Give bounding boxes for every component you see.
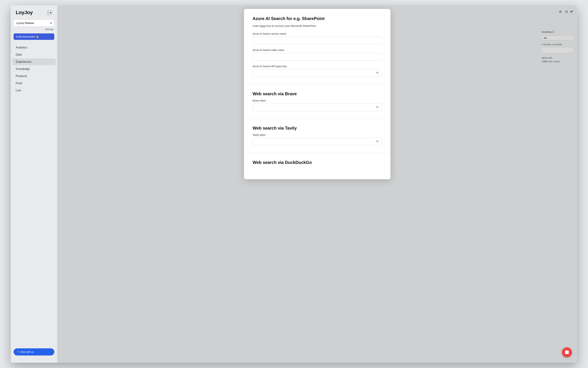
brave-token-label: Brave token [253, 99, 382, 102]
tavily-token-eye-button[interactable]: 👁 [375, 139, 380, 144]
main-content: EN ▾ U Preview ↻ ▾ ⊞ ⧉ ? ☁ [57, 5, 577, 363]
brave-section: Web search via Brave Brave token 👁 [253, 91, 382, 111]
azure-description: Learn here how to connect your Microsoft… [253, 24, 382, 28]
sidebar-item-products[interactable]: Products [12, 73, 56, 80]
tavily-section: Web search via Tavily Tavily token 👁 [253, 126, 382, 146]
app-container: LoyJoy |◄ LoyJoy Release ▾ Manage Invite… [11, 5, 577, 363]
chat-float-button[interactable] [562, 347, 572, 357]
tavily-token-label: Tavily token [253, 134, 382, 136]
chat-float-icon [565, 350, 569, 354]
azure-service-name-input[interactable] [253, 37, 382, 44]
brave-section-title: Web search via Brave [253, 91, 382, 96]
sidebar-item-knowledge[interactable]: Knowledge [12, 66, 56, 72]
azure-index-name-input[interactable] [253, 53, 382, 61]
modal-backdrop: Azure AI Search for e.g. SharePoint Lear… [57, 5, 577, 363]
azure-api-key-label: Azure AI Search API query key [253, 65, 382, 68]
azure-service-name-group: Azure AI Search service name [253, 32, 382, 44]
eye-icon: 👁 [376, 71, 379, 75]
azure-here-link[interactable]: here [260, 24, 266, 27]
sidebar-collapse-button[interactable]: |◄ [47, 10, 52, 15]
brave-token-group: Brave token 👁 [253, 99, 382, 111]
tavily-token-field-wrapper: 👁 [253, 138, 382, 146]
azure-section: Azure AI Search for e.g. SharePoint Lear… [253, 16, 382, 77]
eye-icon: 👁 [376, 105, 379, 109]
azure-service-name-label: Azure AI Search service name [253, 32, 382, 35]
sidebar: LoyJoy |◄ LoyJoy Release ▾ Manage Invite… [11, 5, 57, 363]
modal-panel: Azure AI Search for e.g. SharePoint Lear… [244, 9, 391, 179]
chat-with-us-button[interactable]: ? Chat with us [14, 348, 54, 356]
azure-api-key-group: Azure AI Search API query key 👁 [253, 65, 382, 77]
app-name: LoyJoy [16, 10, 33, 15]
azure-api-key-input[interactable] [253, 69, 382, 77]
manage-link[interactable]: Manage [11, 27, 57, 33]
sidebar-item-live[interactable]: Live [12, 87, 56, 94]
release-arrow-icon: ▾ [50, 22, 52, 25]
release-selector-button[interactable]: LoyJoy Release ▾ [14, 20, 54, 27]
duckduckgo-section: Web search via DuckDuckGo [253, 160, 382, 165]
azure-api-key-eye-button[interactable]: 👁 [375, 70, 380, 76]
release-label: LoyJoy Release [16, 22, 34, 25]
tavily-section-title: Web search via Tavily [253, 126, 382, 131]
sidebar-item-data[interactable]: Data [12, 51, 56, 58]
chat-with-us-label: Chat with us [20, 350, 34, 353]
invite-label: Invite teammates 👋 [16, 35, 39, 38]
azure-index-name-label: Azure AI Search index name [253, 49, 382, 51]
sidebar-nav: Analytics Data Experiences Knowledge Pro… [11, 44, 57, 345]
invite-teammates-button[interactable]: Invite teammates 👋 [14, 33, 54, 40]
sidebar-item-experiences[interactable]: Experiences [12, 58, 56, 65]
sidebar-logo: LoyJoy |◄ [11, 10, 57, 20]
sidebar-item-analytics[interactable]: Analytics [12, 44, 56, 51]
sidebar-bottom: ? Chat with us [11, 345, 57, 358]
brave-token-field-wrapper: 👁 [253, 103, 382, 111]
brave-token-input[interactable] [253, 103, 382, 111]
sidebar-item-push[interactable]: Push [12, 80, 56, 87]
eye-icon: 👁 [376, 140, 379, 143]
duckduckgo-section-title: Web search via DuckDuckGo [253, 160, 382, 165]
divider-2 [244, 118, 391, 119]
azure-api-key-field-wrapper: 👁 [253, 69, 382, 77]
tavily-token-group: Tavily token 👁 [253, 134, 382, 146]
azure-index-name-group: Azure AI Search index name [253, 49, 382, 61]
divider-1 [244, 84, 391, 84]
tavily-token-input[interactable] [253, 138, 382, 146]
azure-section-title: Azure AI Search for e.g. SharePoint [253, 16, 382, 21]
brave-token-eye-button[interactable]: 👁 [375, 105, 380, 110]
divider-3 [244, 153, 391, 153]
chat-with-us-icon: ? [17, 350, 18, 353]
